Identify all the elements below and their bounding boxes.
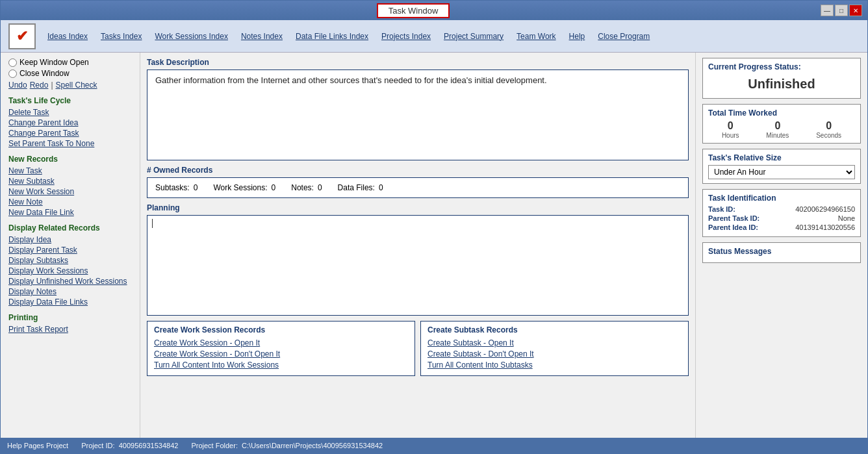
notes-label: Notes: — [291, 183, 314, 192]
right-panel: Current Progress Status: Unfinished Tota… — [695, 53, 867, 438]
seconds-label: Seconds — [816, 132, 841, 139]
set-parent-task-none-link[interactable]: Set Parent Task To None — [8, 139, 132, 148]
create-ws-title: Create Work Session Records — [154, 325, 408, 334]
status-project-id-value: 400956931534842 — [119, 442, 179, 449]
new-task-link[interactable]: New Task — [8, 166, 132, 175]
change-parent-idea-link[interactable]: Change Parent Idea — [8, 118, 132, 127]
task-id-label: Task ID: — [708, 205, 735, 213]
hours-col: 0 Hours — [722, 120, 739, 139]
parent-task-id-value: None — [838, 214, 855, 222]
work-sessions-label: Work Sessions: — [213, 183, 267, 192]
app-logo — [6, 22, 38, 51]
create-ws-open-it-link[interactable]: Create Work Session - Open It — [154, 338, 408, 347]
progress-section: Current Progress Status: Unfinished — [702, 58, 861, 99]
display-notes-link[interactable]: Display Notes — [8, 287, 132, 296]
create-subtask-open-it-link[interactable]: Create Subtask - Open It — [428, 338, 682, 347]
display-work-sessions-link[interactable]: Display Work Sessions — [8, 266, 132, 275]
menu-work-sessions-index[interactable]: Work Sessions Index — [148, 29, 235, 44]
create-work-session-box: Create Work Session Records Create Work … — [147, 321, 415, 376]
main-window: Task Window — □ ✕ Ideas Index Tasks Inde… — [0, 0, 868, 454]
menu-help[interactable]: Help — [563, 29, 592, 44]
menu-close-program[interactable]: Close Program — [591, 29, 656, 44]
redo-link[interactable]: Redo — [30, 81, 49, 90]
parent-idea-id-value: 401391413020556 — [795, 223, 855, 231]
status-help-pages-project: Help Pages Project — [7, 442, 68, 449]
menu-ideas-index[interactable]: Ideas Index — [41, 29, 94, 44]
create-subtask-box: Create Subtask Records Create Subtask - … — [420, 321, 689, 376]
identification-title: Task Identification — [708, 194, 855, 203]
window-close-button[interactable]: ✕ — [849, 5, 862, 16]
owned-records-box: Subtasks: 0 Work Sessions: 0 Notes: 0 Da… — [147, 177, 689, 198]
turn-content-subtasks-link[interactable]: Turn All Content Into Subtasks — [428, 360, 682, 370]
keep-window-open-option[interactable]: Keep Window Open — [8, 58, 132, 67]
maximize-button[interactable]: □ — [835, 5, 848, 16]
menu-notes-index[interactable]: Notes Index — [235, 29, 289, 44]
parent-task-id-label: Parent Task ID: — [708, 214, 760, 222]
delete-task-link[interactable]: Delete Task — [8, 108, 132, 117]
create-ws-dont-open-it-link[interactable]: Create Work Session - Don't Open It — [154, 349, 408, 359]
title-bar: Task Window — □ ✕ — [1, 1, 867, 20]
new-records-section-title: New Records — [8, 155, 132, 164]
main-layout: Keep Window Open Close Window Undo Redo … — [1, 53, 867, 438]
subtasks-count: 0 — [194, 183, 198, 192]
menu-project-summary[interactable]: Project Summary — [437, 29, 510, 44]
minutes-col: 0 Minutes — [766, 120, 789, 139]
hours-label: Hours — [722, 132, 739, 139]
new-note-link[interactable]: New Note — [8, 197, 132, 207]
task-id-row: Task ID: 402006294966150 — [708, 205, 855, 213]
relative-size-select[interactable]: Under An Hour 1 Hour 2 Hours 4 Hours 8 H… — [708, 165, 855, 179]
display-idea-link[interactable]: Display Idea — [8, 235, 132, 244]
planning-box[interactable] — [147, 215, 689, 316]
action-boxes-row: Create Work Session Records Create Work … — [147, 321, 689, 376]
new-work-session-link[interactable]: New Work Session — [8, 187, 132, 196]
menu-team-work[interactable]: Team Work — [510, 29, 562, 44]
keep-window-open-radio[interactable] — [8, 58, 17, 67]
menu-projects-index[interactable]: Projects Index — [375, 29, 437, 44]
parent-idea-id-label: Parent Idea ID: — [708, 223, 758, 231]
owned-records-label: # Owned Records — [147, 166, 689, 175]
minutes-label: Minutes — [766, 132, 789, 139]
display-data-file-links-link[interactable]: Display Data File Links — [8, 297, 132, 307]
owned-records-row: Subtasks: 0 Work Sessions: 0 Notes: 0 Da… — [155, 183, 680, 192]
minutes-value: 0 — [766, 120, 789, 132]
close-window-label: Close Window — [19, 69, 70, 78]
spell-check-link[interactable]: Spell Check — [56, 81, 97, 90]
close-window-option[interactable]: Close Window — [8, 69, 132, 78]
undo-link[interactable]: Undo — [8, 81, 27, 90]
display-subtasks-link[interactable]: Display Subtasks — [8, 256, 132, 265]
subtasks-label: Subtasks: — [155, 183, 190, 192]
parent-idea-id-row: Parent Idea ID: 401391413020556 — [708, 223, 855, 231]
planning-cursor — [152, 219, 153, 228]
new-data-file-link-link[interactable]: New Data File Link — [8, 208, 132, 217]
sidebar: Keep Window Open Close Window Undo Redo … — [1, 53, 140, 438]
menu-data-file-links-index[interactable]: Data File Links Index — [289, 29, 375, 44]
sidebar-actions: Undo Redo | Spell Check — [8, 81, 132, 90]
status-messages-title: Status Messages — [708, 247, 855, 256]
minimize-button[interactable]: — — [821, 5, 834, 16]
new-subtask-link[interactable]: New Subtask — [8, 177, 132, 186]
task-id-value: 402006294966150 — [795, 205, 855, 213]
task-description-text: Gather information from the Internet and… — [155, 75, 547, 85]
content-area: Task Description Gather information from… — [140, 53, 695, 438]
print-task-report-link[interactable]: Print Task Report — [8, 325, 132, 334]
display-parent-task-link[interactable]: Display Parent Task — [8, 246, 132, 255]
window-title: Task Window — [377, 3, 450, 18]
create-subtask-dont-open-it-link[interactable]: Create Subtask - Don't Open It — [428, 349, 682, 359]
work-sessions-count: 0 — [272, 183, 276, 192]
display-unfinished-ws-link[interactable]: Display Unfinished Work Sessions — [8, 277, 132, 286]
seconds-col: 0 Seconds — [816, 120, 841, 139]
notes-count: 0 — [318, 183, 322, 192]
display-related-section-title: Display Related Records — [8, 223, 132, 233]
separator-1: | — [51, 81, 53, 90]
progress-value: Unfinished — [708, 74, 855, 94]
seconds-value: 0 — [816, 120, 841, 132]
task-identification-section: Task Identification Task ID: 40200629496… — [702, 189, 861, 237]
status-project-id: Project ID: 400956931534842 — [81, 442, 178, 449]
turn-content-ws-link[interactable]: Turn All Content Into Work Sessions — [154, 360, 408, 370]
task-description-box[interactable]: Gather information from the Internet and… — [147, 69, 689, 160]
hours-value: 0 — [722, 120, 739, 132]
close-window-radio[interactable] — [8, 69, 17, 78]
menu-tasks-index[interactable]: Tasks Index — [94, 29, 148, 44]
change-parent-task-link[interactable]: Change Parent Task — [8, 129, 132, 138]
data-files-label: Data Files: — [338, 183, 375, 192]
